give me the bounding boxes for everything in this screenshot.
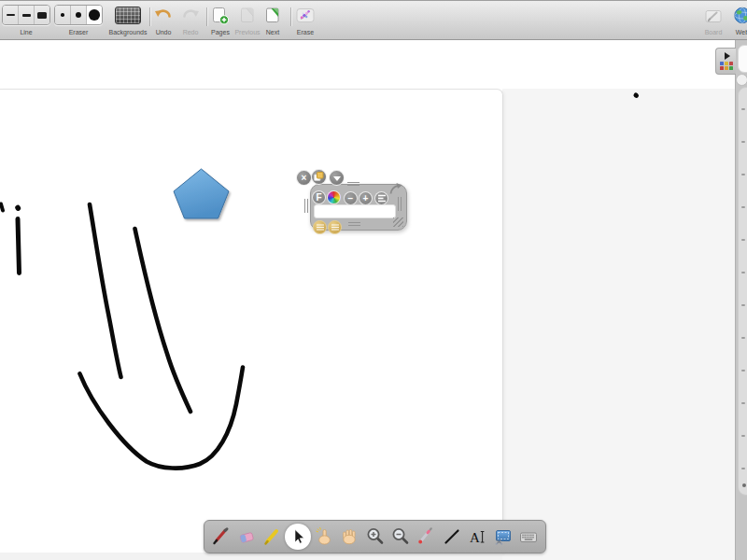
eraser-group-label: Eraser [69, 29, 89, 36]
eraser-large-button[interactable] [87, 6, 102, 24]
line-width-thick-button[interactable] [35, 6, 49, 24]
decrease-text-size-button[interactable]: − [344, 191, 358, 205]
arrow-cursor-icon [288, 526, 308, 547]
dock-handle-partial[interactable] [736, 74, 747, 86]
move-grip-right[interactable] [398, 197, 402, 211]
thick-line-icon [37, 12, 47, 19]
duplicate-item-button[interactable] [311, 169, 327, 185]
laser-pointer-icon [416, 526, 436, 547]
main-toolbar: Line Eraser Backgrounds Undo [0, 0, 747, 40]
tool-laser[interactable] [414, 524, 439, 550]
item-menu-button[interactable] [329, 170, 345, 186]
backgrounds-icon [115, 7, 141, 24]
erase-icon [295, 6, 316, 26]
tool-selector[interactable] [285, 524, 310, 550]
move-grip-bottom[interactable] [348, 222, 360, 226]
text-options-button[interactable] [374, 191, 388, 205]
tool-eraser[interactable] [233, 524, 259, 550]
new-page-icon [210, 6, 231, 26]
highlighter-icon [262, 526, 283, 547]
ink-stroke-edge-tick[interactable] [1, 204, 3, 211]
undo-icon [153, 6, 174, 26]
expand-drawer-icon [725, 52, 730, 60]
eraser-small-button[interactable] [55, 6, 71, 24]
tool-text[interactable]: A [465, 524, 490, 550]
tool-pan[interactable] [336, 524, 361, 550]
eraser-size-segments [54, 5, 103, 25]
app-window: Line Eraser Backgrounds Undo [0, 0, 747, 560]
delete-item-button[interactable]: × [296, 170, 312, 186]
web-mode-button[interactable]: Web [726, 5, 747, 36]
tool-zoom-out[interactable] [388, 524, 413, 550]
move-grip-top[interactable] [347, 182, 359, 186]
small-dot-icon [61, 13, 64, 17]
text-tool-icon: A [467, 526, 487, 547]
line-group-label: Line [20, 29, 32, 36]
line-width-group: Line [2, 5, 50, 36]
thin-line-icon [7, 14, 15, 16]
large-dot-icon [89, 9, 100, 21]
tool-capture[interactable] [490, 524, 515, 550]
chevron-down-icon [333, 176, 341, 181]
tool-highlighter[interactable] [260, 524, 285, 550]
duplicate-icon [314, 172, 324, 182]
medium-line-icon [22, 14, 31, 17]
tool-zoom-in[interactable] [362, 524, 388, 550]
layers-icon [316, 223, 325, 231]
capture-icon [493, 526, 514, 547]
tool-line[interactable] [439, 524, 464, 550]
dock-dot [742, 483, 746, 487]
redo-icon [180, 6, 201, 26]
next-page-button[interactable]: Next [254, 5, 291, 36]
text-item-input[interactable] [314, 204, 396, 218]
layer-down-button[interactable] [313, 220, 327, 234]
next-page-icon [262, 6, 283, 26]
erase-button[interactable]: Erase [287, 5, 324, 36]
eraser-icon [236, 526, 257, 547]
zoom-in-icon [365, 526, 386, 547]
stylus-palette: A [204, 520, 546, 553]
text-lines-icon [377, 194, 387, 203]
tool-interact[interactable] [311, 524, 336, 550]
board-icon [703, 7, 724, 25]
web-globe-icon [732, 6, 747, 26]
dock-panel-partial[interactable] [738, 87, 747, 496]
layers-icon [331, 223, 340, 231]
font-button[interactable]: F [312, 190, 326, 204]
backgrounds-button[interactable]: Backgrounds [106, 5, 149, 36]
right-dock [735, 38, 747, 560]
increase-text-size-button[interactable]: + [359, 191, 373, 205]
eraser-size-group: Eraser [54, 5, 103, 36]
ink-stroke-short-line[interactable] [18, 219, 20, 273]
eraser-medium-button[interactable] [71, 6, 87, 24]
move-grip-left[interactable] [304, 199, 308, 213]
library-palette-icon [720, 62, 733, 70]
color-picker-button[interactable] [327, 190, 341, 204]
layer-up-button[interactable] [328, 220, 342, 234]
page-bottom-margin [0, 553, 502, 560]
tool-keyboard[interactable] [516, 524, 542, 550]
line-tool-icon [442, 526, 462, 547]
line-width-thin-button[interactable] [3, 6, 19, 24]
keyboard-icon [518, 526, 539, 547]
line-width-segments [2, 5, 50, 25]
pointing-hand-icon [314, 526, 334, 547]
pen-icon [211, 526, 232, 547]
board-margin-area [502, 89, 747, 560]
dock-button-partial[interactable] [738, 45, 747, 73]
rotate-handle[interactable] [389, 183, 402, 195]
library-tab-button[interactable] [715, 48, 736, 75]
medium-dot-icon [76, 12, 82, 19]
open-hand-icon [339, 526, 359, 547]
resize-handle[interactable] [393, 217, 403, 227]
tool-pen[interactable] [208, 524, 233, 550]
zoom-out-icon [390, 526, 411, 547]
board-page[interactable] [0, 89, 503, 553]
line-width-medium-button[interactable] [19, 6, 35, 24]
svg-text:A: A [470, 530, 480, 545]
